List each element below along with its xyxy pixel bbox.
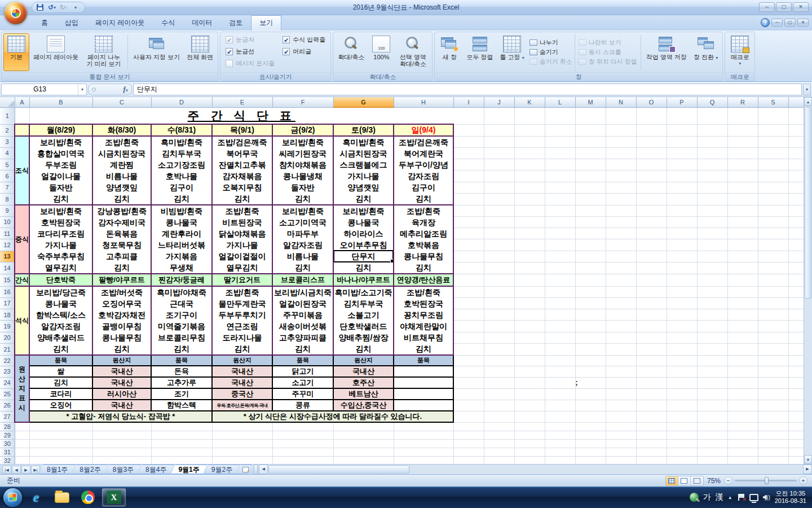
volume-icon[interactable]: ))) bbox=[763, 494, 770, 501]
empty-cell[interactable] bbox=[636, 366, 667, 377]
empty-cell[interactable] bbox=[606, 388, 636, 400]
scroll-left-icon[interactable]: ◀ bbox=[259, 465, 268, 474]
empty-cell[interactable] bbox=[484, 194, 514, 205]
empty-cell[interactable] bbox=[788, 422, 804, 431]
empty-cell[interactable] bbox=[484, 170, 514, 182]
empty-cell[interactable] bbox=[484, 309, 514, 321]
row-header-19[interactable]: 19 bbox=[0, 321, 15, 332]
row-header-20[interactable]: 20 bbox=[0, 332, 15, 343]
empty-cell[interactable] bbox=[394, 431, 453, 439]
empty-cell[interactable] bbox=[667, 239, 697, 251]
empty-cell[interactable] bbox=[575, 448, 606, 456]
empty-cell[interactable] bbox=[29, 439, 92, 448]
empty-cell[interactable] bbox=[453, 107, 484, 124]
note-disclaimer[interactable]: * 상기 식단은 시장수급사정에 따라 달라질수 있습니다. bbox=[212, 411, 453, 422]
empty-cell[interactable] bbox=[606, 309, 636, 321]
save-workspace-button[interactable]: 작업 영역 저장 bbox=[643, 33, 690, 71]
snack-cell[interactable]: 브로콜리스프 bbox=[272, 274, 333, 286]
empty-cell[interactable] bbox=[453, 136, 484, 147]
empty-cell[interactable] bbox=[727, 182, 758, 193]
empty-cell[interactable] bbox=[545, 228, 575, 239]
empty-cell[interactable] bbox=[514, 439, 545, 448]
empty-cell[interactable] bbox=[212, 431, 272, 439]
empty-cell[interactable] bbox=[788, 332, 804, 343]
empty-cell[interactable] bbox=[636, 332, 667, 343]
origin-value-cell[interactable]: 국내산 bbox=[92, 377, 151, 388]
empty-cell[interactable] bbox=[453, 251, 484, 262]
empty-cell[interactable] bbox=[697, 228, 727, 239]
empty-cell[interactable] bbox=[453, 344, 484, 355]
empty-cell[interactable] bbox=[788, 136, 804, 147]
fx-icon[interactable]: fx bbox=[123, 85, 129, 94]
zoom-slider-track[interactable] bbox=[735, 480, 797, 481]
row-header-18[interactable]: 18 bbox=[0, 309, 15, 321]
empty-cell[interactable] bbox=[606, 136, 636, 147]
empty-cell[interactable] bbox=[667, 159, 697, 170]
empty-cell[interactable] bbox=[697, 297, 727, 309]
empty-cell[interactable] bbox=[394, 439, 453, 448]
taskbar-explorer-button[interactable] bbox=[50, 488, 74, 506]
empty-cell[interactable] bbox=[514, 228, 545, 239]
col-header-D[interactable]: D bbox=[151, 97, 212, 107]
empty-cell[interactable] bbox=[697, 400, 727, 411]
row-header-32[interactable]: 32 bbox=[0, 456, 15, 464]
empty-cell[interactable] bbox=[484, 388, 514, 400]
empty-cell[interactable] bbox=[484, 448, 514, 456]
row-header-29[interactable]: 29 bbox=[0, 431, 15, 439]
empty-cell[interactable] bbox=[212, 448, 272, 456]
small-button-숨기기[interactable]: 숨기기 bbox=[529, 48, 572, 56]
network-icon[interactable] bbox=[749, 494, 758, 501]
empty-cell[interactable] bbox=[453, 239, 484, 251]
empty-cell[interactable] bbox=[788, 286, 804, 297]
ribbon-tab-보기[interactable]: 보기 bbox=[251, 15, 281, 30]
empty-cell[interactable] bbox=[545, 422, 575, 431]
empty-cell[interactable] bbox=[788, 366, 804, 377]
empty-cell[interactable] bbox=[29, 448, 92, 456]
empty-cell[interactable] bbox=[151, 456, 212, 464]
tab-split-handle[interactable] bbox=[254, 465, 258, 474]
empty-cell[interactable] bbox=[575, 411, 606, 422]
empty-cell[interactable] bbox=[545, 251, 575, 262]
empty-cell[interactable] bbox=[484, 456, 514, 464]
day-header[interactable]: 일(9/4) bbox=[394, 124, 453, 136]
row-header-1[interactable]: 1 bbox=[0, 107, 15, 124]
empty-cell[interactable] bbox=[545, 431, 575, 439]
empty-cell[interactable] bbox=[727, 321, 758, 332]
empty-cell[interactable] bbox=[575, 205, 606, 216]
empty-cell[interactable] bbox=[453, 431, 484, 439]
empty-cell[interactable] bbox=[727, 388, 758, 400]
empty-cell[interactable] bbox=[514, 321, 545, 332]
empty-cell[interactable] bbox=[697, 182, 727, 193]
empty-cell[interactable] bbox=[667, 332, 697, 343]
empty-cell[interactable] bbox=[15, 448, 29, 456]
empty-cell[interactable] bbox=[575, 400, 606, 411]
empty-cell[interactable] bbox=[758, 448, 788, 456]
empty-cell[interactable] bbox=[788, 147, 804, 159]
empty-cell[interactable] bbox=[636, 309, 667, 321]
empty-cell[interactable] bbox=[667, 422, 697, 431]
empty-cell[interactable] bbox=[758, 274, 788, 286]
empty-cell[interactable] bbox=[697, 422, 727, 431]
col-header-L[interactable]: L bbox=[545, 97, 575, 107]
help-button[interactable]: ? bbox=[761, 18, 770, 27]
empty-cell[interactable] bbox=[606, 431, 636, 439]
empty-cell[interactable] bbox=[636, 439, 667, 448]
empty-cell[interactable] bbox=[697, 366, 727, 377]
row-header-14[interactable]: 14 bbox=[0, 262, 15, 274]
empty-cell[interactable] bbox=[575, 309, 606, 321]
empty-cell[interactable] bbox=[606, 239, 636, 251]
empty-cell[interactable] bbox=[758, 388, 788, 400]
empty-cell[interactable] bbox=[545, 107, 575, 124]
empty-cell[interactable] bbox=[727, 422, 758, 431]
ime-tool-icon[interactable] bbox=[690, 493, 699, 502]
empty-cell[interactable] bbox=[636, 355, 667, 366]
col-header-R[interactable]: R bbox=[727, 97, 758, 107]
empty-cell[interactable] bbox=[15, 456, 29, 464]
empty-cell[interactable] bbox=[545, 400, 575, 411]
empty-cell[interactable] bbox=[545, 456, 575, 464]
empty-cell[interactable] bbox=[92, 448, 151, 456]
empty-cell[interactable] bbox=[697, 355, 727, 366]
menu-cell[interactable]: 조밥/흰죽비트된장국닭살야채볶음가지나물얼갈이겉절이열무김치 bbox=[212, 205, 272, 274]
empty-cell[interactable] bbox=[575, 107, 606, 124]
office-button[interactable] bbox=[5, 2, 27, 24]
